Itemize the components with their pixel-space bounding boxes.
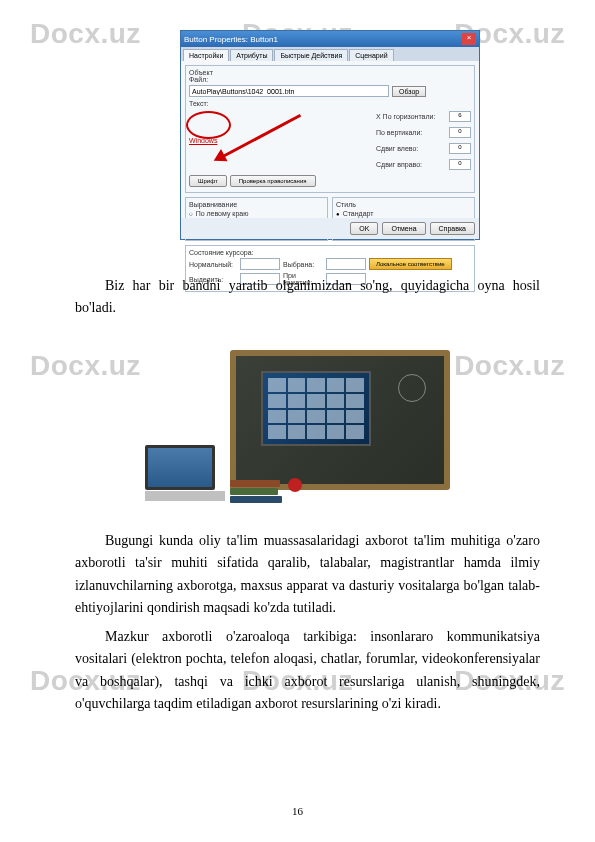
watermark: Docx.uz xyxy=(454,350,565,382)
paragraph-3: Mazkur axborotli o'zaroaloqa tarkibiga: … xyxy=(75,626,540,716)
watermark: Docx.uz xyxy=(30,18,141,50)
object-label: Объект xyxy=(189,69,471,76)
text-label: Текст: xyxy=(189,100,471,107)
dialog-button-bar: OK Отмена Справка xyxy=(181,218,479,239)
font-button: Шрифт xyxy=(189,175,227,187)
close-icon: × xyxy=(462,33,476,45)
dialog-titlebar: Button Properties: Button1 × xyxy=(181,31,479,47)
chalkboard-illustration xyxy=(140,340,450,510)
dialog-body: Объект Файл: Обзор Текст: Windows X По г… xyxy=(181,61,479,224)
paragraph-1: Biz har bir bandni yaratib olganimizdan … xyxy=(75,275,540,320)
apple-icon xyxy=(288,478,302,492)
help-button: Справка xyxy=(430,222,475,235)
laptop-icon xyxy=(145,445,230,505)
tab-attributes: Атрибуты xyxy=(230,49,273,61)
chalkboard-frame xyxy=(230,350,450,490)
spellcheck-button: Проверка правописания xyxy=(230,175,316,187)
tab-script: Сценарий xyxy=(349,49,393,61)
globe-icon xyxy=(398,374,426,402)
dialog-tabs: Настройки Атрибуты Быстрые Действия Сцен… xyxy=(181,47,479,61)
compat-button: Локальное соответствие xyxy=(369,258,452,270)
tab-settings: Настройки xyxy=(183,49,229,61)
screen-icon xyxy=(261,371,371,446)
dialog-window-image: Button Properties: Button1 × Настройки А… xyxy=(180,30,480,240)
file-input xyxy=(189,85,389,97)
ok-button: OK xyxy=(350,222,378,235)
watermark: Docx.uz xyxy=(30,350,141,382)
annotation-circle xyxy=(186,111,231,139)
cancel-button: Отмена xyxy=(382,222,425,235)
paragraph-2: Bugungi kunda oliy ta'lim muassasalarida… xyxy=(75,530,540,620)
file-label: Файл: xyxy=(189,76,471,83)
dialog-title: Button Properties: Button1 xyxy=(184,35,278,44)
books-icon xyxy=(230,480,285,510)
browse-button: Обзор xyxy=(392,86,426,97)
page-number: 16 xyxy=(0,805,595,817)
tab-actions: Быстрые Действия xyxy=(274,49,348,61)
